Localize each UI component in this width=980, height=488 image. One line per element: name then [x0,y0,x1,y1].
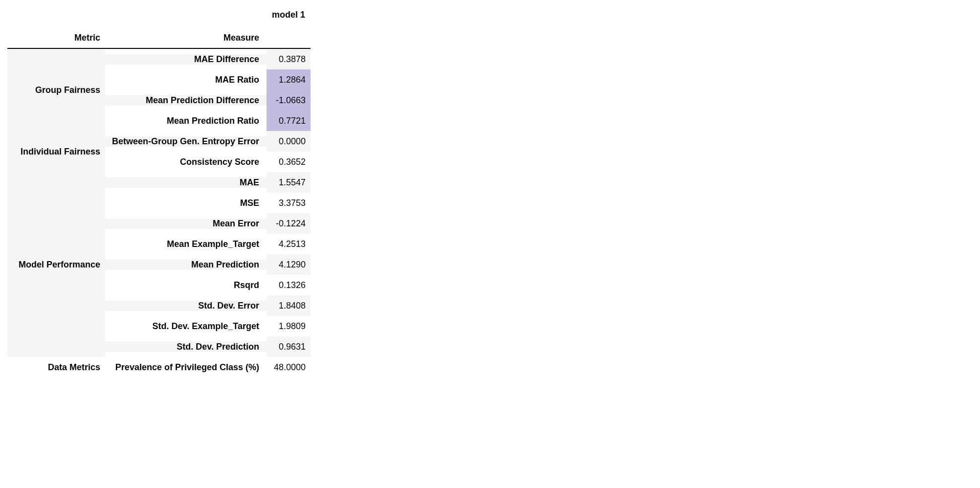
measure-value: 1.8408 [267,295,311,316]
measure-name: MAE Difference [105,54,267,65]
measure-value: 0.1326 [267,275,311,295]
metric-header: Metric [7,33,105,43]
table-row: Mean Prediction Ratio0.7721 [105,111,311,131]
table-row: Std. Dev. Example_Target1.9809 [105,316,311,336]
measure-value: 0.0000 [267,131,311,152]
data-section: Data MetricsPrevalence of Privileged Cla… [7,357,311,377]
measure-name: Mean Prediction Difference [105,95,267,106]
table-row: Consistency Score0.3652 [105,152,311,172]
measure-value: 0.3878 [267,49,311,69]
metric-category-label: Group Fairness [7,49,105,131]
measure-name: MAE [105,177,267,188]
measure-name: Std. Dev. Example_Target [105,321,267,332]
data-section: Individual FairnessBetween-Group Gen. En… [7,131,311,172]
header-spacer-1 [7,10,105,20]
table-row: Prevalence of Privileged Class (%)48.000… [105,357,311,377]
table-row: Mean Error-0.1224 [105,213,311,234]
metric-category-label: Data Metrics [7,357,105,377]
table-row: Between-Group Gen. Entropy Error0.0000 [105,131,311,152]
metrics-table: model 1 Metric Measure Group FairnessMAE… [7,10,311,377]
measure-name: Mean Prediction [105,260,267,270]
table-row: Rsqrd0.1326 [105,275,311,295]
measure-value: 0.7721 [267,111,311,131]
rows-wrapper: MAE Difference0.3878MAE Ratio1.2864Mean … [105,49,311,131]
table-row: MAE1.5547 [105,172,311,193]
measure-name: Between-Group Gen. Entropy Error [105,136,267,147]
measure-name: Mean Example_Target [105,239,267,249]
model-column-header: model 1 [267,10,311,20]
measure-value: -1.0663 [267,90,311,111]
measure-name: MSE [105,198,267,208]
measure-value: -0.1224 [267,213,311,234]
measure-name: Mean Prediction Ratio [105,116,267,126]
data-section: Group FairnessMAE Difference0.3878MAE Ra… [7,49,311,131]
header-spacer-2 [105,10,267,20]
header-spacer-3 [267,33,311,43]
measure-header: Measure [105,33,267,43]
rows-wrapper: Between-Group Gen. Entropy Error0.0000Co… [105,131,311,172]
measure-value: 4.2513 [267,234,311,254]
header-row-model: model 1 [7,10,311,24]
table-row: Std. Dev. Error1.8408 [105,295,311,316]
table-row: MSE3.3753 [105,193,311,213]
measure-value: 1.2864 [267,69,311,90]
metric-category-label: Individual Fairness [7,131,105,172]
measure-value: 0.3652 [267,152,311,172]
table-row: MAE Difference0.3878 [105,49,311,69]
measure-name: Rsqrd [105,280,267,290]
header-row-labels: Metric Measure [7,24,311,48]
measure-name: Consistency Score [105,157,267,167]
measure-value: 48.0000 [267,357,311,377]
measure-name: MAE Ratio [105,75,267,85]
sections-container: Group FairnessMAE Difference0.3878MAE Ra… [7,49,311,377]
metric-category-label: Model Performance [7,172,105,357]
measure-name: Prevalence of Privileged Class (%) [105,362,267,373]
measure-name: Mean Error [105,219,267,229]
measure-value: 1.5547 [267,172,311,193]
table-row: Mean Prediction Difference-1.0663 [105,90,311,111]
table-row: MAE Ratio1.2864 [105,69,311,90]
rows-wrapper: MAE1.5547MSE3.3753Mean Error-0.1224Mean … [105,172,311,357]
measure-name: Std. Dev. Prediction [105,342,267,352]
measure-name: Std. Dev. Error [105,301,267,311]
table-row: Mean Prediction4.1290 [105,254,311,275]
table-row: Std. Dev. Prediction0.9631 [105,336,311,357]
rows-wrapper: Prevalence of Privileged Class (%)48.000… [105,357,311,377]
data-section: Model PerformanceMAE1.5547MSE3.3753Mean … [7,172,311,357]
table-row: Mean Example_Target4.2513 [105,234,311,254]
measure-value: 4.1290 [267,254,311,275]
measure-value: 3.3753 [267,193,311,213]
measure-value: 0.9631 [267,336,311,357]
measure-value: 1.9809 [267,316,311,336]
